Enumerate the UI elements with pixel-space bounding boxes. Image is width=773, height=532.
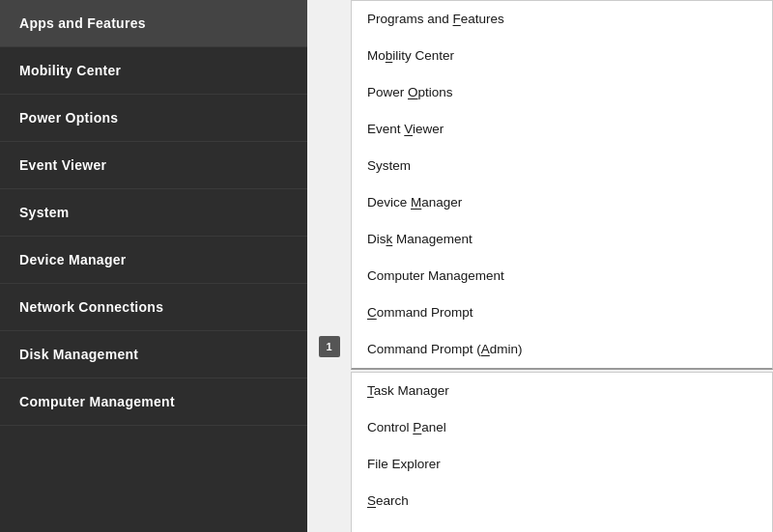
right-item-disk-management[interactable]: Disk Management — [352, 221, 772, 258]
left-item-system[interactable]: System — [0, 189, 307, 237]
right-item-mobility-center[interactable]: Mobility Center — [352, 38, 772, 74]
right-item-search[interactable]: Search — [352, 483, 772, 519]
left-item-event-viewer[interactable]: Event Viewer — [0, 142, 307, 189]
right-item-event-viewer[interactable]: Event Viewer — [352, 111, 772, 148]
left-item-power-options[interactable]: Power Options — [0, 95, 307, 142]
badge-1: 1 — [319, 336, 340, 357]
left-item-computer-management[interactable]: Computer Management — [0, 378, 307, 426]
right-item-programs-features[interactable]: Programs and Features — [352, 1, 772, 38]
left-item-mobility-center[interactable]: Mobility Center — [0, 47, 307, 95]
right-menu-bottom: Task Manager Control Panel File Explorer… — [351, 372, 773, 532]
divider-column: 1 — [307, 0, 351, 532]
right-item-command-prompt-admin[interactable]: Command Prompt (Admin) — [352, 331, 772, 368]
right-menu-top: Programs and Features Mobility Center Po… — [351, 0, 773, 370]
right-item-device-manager[interactable]: Device Manager — [352, 184, 772, 221]
left-item-network-connections[interactable]: Network Connections — [0, 284, 307, 331]
right-item-system[interactable]: System — [352, 148, 772, 184]
left-item-apps-features[interactable]: Apps and Features — [0, 0, 307, 47]
right-area: 1 Programs and Features Mobility Center … — [307, 0, 773, 532]
right-item-command-prompt[interactable]: Command Prompt — [352, 294, 772, 331]
right-item-control-panel[interactable]: Control Panel — [352, 409, 772, 446]
right-item-file-explorer[interactable]: File Explorer — [352, 446, 772, 483]
left-item-disk-management[interactable]: Disk Management — [0, 331, 307, 378]
left-menu: Apps and Features Mobility Center Power … — [0, 0, 307, 532]
right-item-power-options[interactable]: Power Options — [352, 74, 772, 111]
left-item-device-manager[interactable]: Device Manager — [0, 237, 307, 284]
right-item-computer-management[interactable]: Computer Management — [352, 258, 772, 294]
right-menu-container: Programs and Features Mobility Center Po… — [351, 0, 773, 532]
right-item-task-manager[interactable]: Task Manager — [352, 373, 772, 409]
right-item-run[interactable]: Run — [352, 519, 772, 532]
